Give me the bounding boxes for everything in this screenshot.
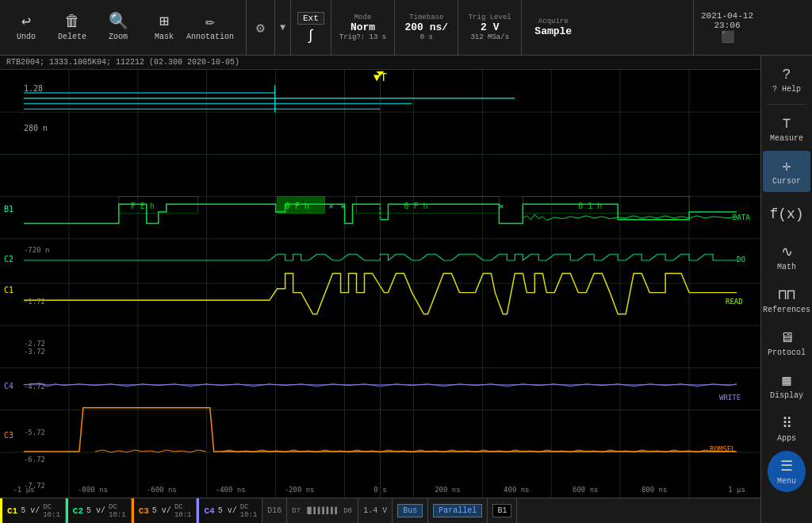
svg-text:-1 μs: -1 μs (13, 486, 34, 494)
svg-text:-4.72: -4.72 (24, 383, 45, 390)
title-text: RTB2004; 1333.1005K04; 112212 (02.300 20… (6, 58, 239, 67)
svg-text:200 ns: 200 ns (435, 486, 460, 494)
svg-text:C2: C2 (4, 255, 13, 263)
ch3-value: 5 v/ (152, 506, 171, 515)
waveform-svg: ▼T 1.28 280 n B1 DATA F E h 0 F h ✕ ✕ (0, 70, 760, 498)
mask-icon: ⊞ (159, 14, 169, 30)
apps-button[interactable]: ⠿ Apps (763, 408, 810, 449)
acquire-value[interactable]: Sample (534, 25, 572, 37)
mask-button[interactable]: ⊞ Mask (141, 4, 187, 52)
svg-text:C1: C1 (4, 286, 13, 294)
d7-d0-label: D7 ▐▌▌▌▌▌▌▌ D0 (292, 507, 352, 515)
ch4-control[interactable]: C4 5 v/ DC10:1 (197, 498, 262, 523)
cursor-icon: ✛ (783, 157, 791, 175)
right-panel: ? ? Help ⊤ Measure ✛ Cursor f(x) f(x) ∿ … (760, 56, 812, 523)
protocol-icon: 🖥 (779, 329, 794, 346)
d16-control[interactable]: D16 (262, 498, 287, 523)
svg-text:0 F h: 0 F h (285, 202, 309, 210)
math-button[interactable]: ∿ Math (763, 237, 810, 278)
undo-button[interactable]: ↩ Undo (3, 4, 49, 52)
svg-text:C3: C3 (4, 432, 13, 440)
fx-button[interactable]: f(x) f(x) (763, 194, 810, 235)
protocol-button[interactable]: 🖥 Protocol (763, 322, 810, 363)
svg-text:0 F h: 0 F h (404, 202, 427, 210)
measure-button[interactable]: ⊤ Measure (763, 108, 810, 149)
d-voltage[interactable]: 1.4 V (358, 498, 393, 523)
annotation-button[interactable]: ✏ Annotation (187, 4, 233, 52)
svg-text:800 ns: 800 ns (642, 486, 667, 494)
svg-text:DO: DO (737, 256, 745, 263)
timebase-value[interactable]: 200 ns/ (404, 21, 448, 33)
zoom-button[interactable]: 🔍 Zoom (95, 4, 141, 52)
status-bar: ⚙ ▼ Ext ∫ Mode Norm Trig?: 13 s Timebase… (246, 0, 760, 56)
svg-text:-200 ns: -200 ns (285, 486, 315, 494)
datetime-display: 2021-04-12 23:06 ⬛ (693, 0, 760, 56)
samplerate-value: 312 MSa/s (470, 33, 509, 41)
voltage-value[interactable]: 2 V (481, 21, 499, 33)
svg-text:-800 ns: -800 ns (78, 486, 108, 494)
help-button[interactable]: ? ? Help (763, 60, 810, 101)
ch1-control[interactable]: C1 5 v/ DC10:1 (0, 498, 66, 523)
read-label: READ (726, 298, 743, 306)
settings-button[interactable]: ⚙ (246, 0, 274, 56)
svg-text:0 1 h: 0 1 h (578, 202, 602, 210)
svg-text:✕: ✕ (329, 202, 334, 210)
ch4-dc: DC10:1 (240, 503, 258, 519)
menu-icon: ☰ (780, 457, 793, 475)
menu-button[interactable]: ☰ Menu (768, 451, 806, 492)
scope-canvas: ▼T 1.28 280 n B1 DATA F E h 0 F h ✕ ✕ (0, 70, 760, 498)
cursor-button[interactable]: ✛ Cursor (763, 151, 810, 192)
svg-text:280 n: 280 n (24, 125, 48, 133)
fx-icon: f(x) (769, 206, 803, 222)
offset-value: 0 s (420, 33, 433, 41)
svg-text:-6.72: -6.72 (24, 456, 45, 463)
b1-indicator[interactable]: B1 (488, 498, 517, 523)
ch3-control[interactable]: C3 5 v/ DC10:1 (132, 498, 197, 523)
svg-text:-5.72: -5.72 (24, 429, 45, 436)
parallel-label[interactable]: Parallel (433, 504, 482, 517)
date-value: 2021-04-12 (701, 11, 753, 21)
trigger-dropdown[interactable]: ▼ (274, 0, 290, 56)
data-label: DATA (733, 213, 750, 221)
d16-label: D16 (267, 506, 282, 515)
ch1-dc: DC10:1 (43, 503, 60, 519)
apps-icon: ⠿ (782, 414, 792, 432)
ch3-dc: DC10:1 (174, 503, 192, 519)
delete-button[interactable]: 🗑 Delete (49, 4, 95, 52)
ch2-value: 5 v/ (86, 506, 105, 515)
svg-text:F E h: F E h (131, 202, 155, 210)
time-value: 23:06 (714, 21, 740, 30)
trigger-slope-icon: ∫ (307, 28, 316, 44)
ch4-value: 5 v/ (218, 506, 237, 515)
svg-text:B1: B1 (4, 205, 13, 213)
display-button[interactable]: ▦ Display (763, 365, 810, 406)
title-bar: RTB2004; 1333.1005K04; 112212 (02.300 20… (0, 56, 760, 70)
svg-text:C4: C4 (4, 382, 13, 390)
write-label: WRITE (719, 394, 741, 402)
b1-label[interactable]: B1 (492, 504, 511, 517)
svg-text:-3.72: -3.72 (24, 348, 45, 356)
mode-group: Mode Norm Trig?: 13 s (331, 0, 394, 56)
mode-value[interactable]: Norm (350, 21, 375, 33)
d7-d0-control[interactable]: D7 ▐▌▌▌▌▌▌▌ D0 (287, 498, 358, 523)
svg-text:-2.72: -2.72 (24, 340, 45, 348)
ch2-control[interactable]: C2 5 v/ DC10:1 (66, 498, 132, 523)
svg-text:600 ns: 600 ns (573, 486, 598, 494)
gear-icon: ⚙ (256, 19, 265, 37)
delete-icon: 🗑 (64, 14, 80, 30)
svg-text:-720 n: -720 n (24, 246, 49, 254)
svg-text:400 ns: 400 ns (504, 486, 529, 494)
measure-icon: ⊤ (783, 114, 791, 132)
references-button[interactable]: ⊓⊓ References (763, 279, 810, 321)
svg-text:-600 ns: -600 ns (147, 486, 177, 494)
ch2-dc: DC10:1 (109, 503, 126, 519)
help-icon: ? (783, 67, 791, 83)
ch2-label: C2 (73, 506, 83, 516)
bus-button[interactable]: Bus (393, 498, 428, 523)
trig-status: Trig?: 13 s (339, 33, 386, 41)
ext-label[interactable]: Ext (297, 12, 324, 25)
math-icon: ∿ (781, 243, 793, 260)
parallel-button[interactable]: Parallel (428, 498, 488, 523)
bus-label[interactable]: Bus (397, 504, 423, 517)
svg-text:-400 ns: -400 ns (216, 486, 246, 494)
